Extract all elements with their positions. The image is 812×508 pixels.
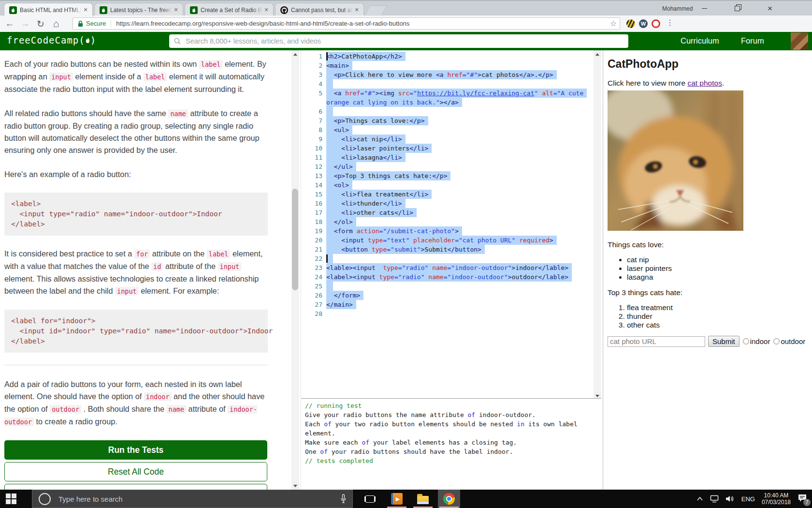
chrome-taskbar-icon[interactable] [438, 490, 460, 508]
console-text: your label elements has a closing tag. [369, 439, 517, 446]
code-line[interactable]: 1<h2>CatPhotoApp</h2> [301, 52, 594, 61]
code-line[interactable]: 26 </form> [301, 291, 594, 300]
code-line[interactable]: 18 </ol> [301, 217, 594, 226]
tab-close-icon[interactable]: × [353, 6, 361, 14]
line-code: <li>other cats</li> [322, 208, 594, 217]
volume-icon[interactable] [725, 495, 735, 503]
close-button[interactable]: × [759, 1, 781, 15]
taskbar-search[interactable] [32, 490, 353, 508]
submit-button[interactable]: Submit [708, 336, 740, 347]
code-line[interactable]: 3 <p>Click here to view more <a href="#"… [301, 70, 594, 79]
line-code: <a href="#"><img src="https://bit.ly/fcc… [322, 89, 594, 98]
code-line[interactable]: 14 <ol> [301, 180, 594, 190]
code-line[interactable]: 11 <li>lasagna</li> [301, 153, 594, 162]
code-line[interactable]: 2<main> [301, 61, 594, 70]
back-icon[interactable]: ← [3, 15, 16, 32]
tray-chevron-icon[interactable] [696, 496, 703, 501]
file-explorer-icon[interactable] [412, 490, 434, 508]
code-line[interactable]: 23<lable><input type="radio" name="indoo… [301, 263, 594, 272]
code-line[interactable]: orange cat lying on its back."></a> [301, 98, 594, 107]
browser-tab[interactable]: Basic HTML and HTML5:× [4, 3, 93, 16]
restore-button[interactable] [726, 1, 748, 15]
cat-photos-link[interactable]: cat photos [687, 79, 722, 87]
code-token: </p> [432, 172, 447, 179]
code-line[interactable]: 20 <input type="text" placeholder="cat p… [301, 236, 594, 245]
code-line[interactable]: 5 <a href="#"><img src="https://bit.ly/f… [301, 89, 594, 98]
code-token [326, 154, 341, 161]
code-line[interactable]: 15 <li>flea treatment</li> [301, 190, 594, 199]
code-line[interactable]: 8 <ul> [301, 125, 594, 134]
browser-tab[interactable]: Create a Set of Radio But× [185, 3, 274, 16]
radio-button-icon[interactable] [773, 338, 780, 344]
cat-photo[interactable] [608, 90, 743, 231]
code-line[interactable]: 21 <button type="submit">Submit</button> [301, 245, 594, 254]
code-token: <p> [334, 71, 345, 78]
site-search[interactable] [169, 34, 628, 48]
code-line[interactable]: 16 <li>thunder</li> [301, 199, 594, 208]
taskbar-search-input[interactable] [58, 494, 340, 504]
scrollbar-thumb[interactable] [292, 189, 298, 290]
code-line[interactable]: 12 </ul> [301, 162, 594, 171]
freecodecamp-favicon [190, 6, 198, 14]
code-line[interactable]: 4 [301, 79, 594, 89]
code-line[interactable]: 9 <li>cat nip</li> [301, 134, 594, 144]
microphone-icon[interactable] [340, 494, 347, 504]
code-example-block: <label> <input type="radio" name="indoor… [4, 193, 268, 236]
bookmark-star-icon[interactable]: ☆ [610, 19, 617, 28]
radio-option[interactable]: indoor [743, 337, 770, 345]
network-icon[interactable] [710, 495, 719, 503]
code-line[interactable]: 13 <p>Top 3 things cats hate:</p> [301, 171, 594, 180]
editor-scrollbar[interactable] [594, 50, 601, 400]
task-view-icon[interactable] [359, 490, 381, 508]
browser-tab[interactable]: Cannot pass test, but all c× [275, 3, 364, 16]
avatar[interactable] [791, 32, 808, 50]
extension-o-icon[interactable] [652, 19, 660, 28]
scroll-down-icon[interactable] [291, 482, 299, 490]
line-number: 27 [301, 300, 322, 309]
cat-photo-url-input[interactable] [608, 336, 705, 347]
instructions-scrollbar[interactable] [291, 50, 299, 490]
code-line[interactable]: 10 <li>laser pointers</li> [301, 144, 594, 153]
reset-code-button[interactable]: Reset All Code [4, 462, 267, 481]
browser-tab[interactable]: Latest topics - The freeCo× [94, 3, 183, 16]
taskbar-clock[interactable]: 10:40 AM 07/03/2018 [762, 492, 791, 506]
home-icon[interactable]: ⌂ [49, 15, 63, 32]
nav-link-forum[interactable]: Forum [741, 36, 764, 45]
code-line[interactable]: 19 <form action="/submit-cat-photo"> [301, 226, 594, 236]
forward-icon[interactable]: → [18, 15, 32, 32]
radio-button-icon[interactable] [743, 338, 749, 344]
action-center-icon[interactable]: 7 [798, 493, 807, 504]
tab-close-icon[interactable]: × [82, 6, 89, 14]
tab-close-icon[interactable]: × [172, 6, 180, 14]
reload-icon[interactable]: ↻ [34, 15, 47, 32]
scroll-up-icon[interactable] [594, 50, 601, 58]
language-indicator[interactable]: ENG [741, 495, 755, 503]
code-line[interactable]: 6 [301, 107, 594, 116]
scroll-up-icon[interactable] [291, 50, 299, 58]
run-tests-button[interactable]: Run the Tests [4, 440, 267, 460]
tab-close-icon[interactable]: × [262, 6, 270, 14]
start-button-icon[interactable] [6, 493, 16, 504]
extension-w-icon[interactable]: W [639, 19, 648, 28]
code-line[interactable]: 17 <li>other cats</li> [301, 208, 594, 217]
code-line[interactable]: 24<label><input type="radio" name="indoo… [301, 272, 594, 282]
code-line[interactable]: 27</main> [301, 300, 594, 309]
radio-option[interactable]: outdoor [773, 337, 805, 345]
extension-bee-icon[interactable] [626, 19, 635, 28]
code-token: </li> [394, 209, 413, 216]
media-player-icon[interactable]: ▶ [386, 490, 408, 508]
fcc-logo[interactable]: freeCodeCamp( ) [7, 35, 96, 45]
code-line[interactable]: 28 [301, 309, 594, 318]
code-line[interactable]: 22 [301, 254, 594, 263]
code-line[interactable]: 7 <p>Things cats love:</p> [301, 116, 594, 125]
new-tab-button[interactable] [365, 5, 388, 15]
address-bar[interactable]: Secure https://learn.freecodecamp.org/re… [72, 17, 620, 30]
search-input[interactable] [185, 37, 624, 45]
browser-profile-name[interactable]: Mohammed [662, 5, 693, 12]
code-editor[interactable]: 1<h2>CatPhotoApp</h2>2<main>3 <p>Click h… [301, 50, 594, 401]
code-token: =" [409, 90, 417, 97]
code-line[interactable]: 25 [301, 282, 594, 291]
nav-link-curriculum[interactable]: Curriculum [681, 36, 719, 45]
minimize-button[interactable] [694, 1, 715, 15]
browser-menu-icon[interactable]: ⋮ [666, 18, 674, 27]
